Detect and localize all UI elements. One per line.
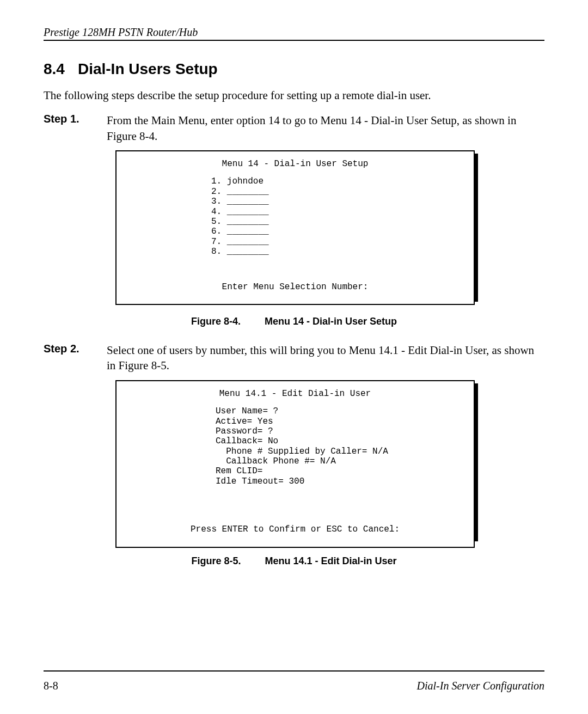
section-number: 8.4 <box>44 60 65 78</box>
figure-8-5-caption: Figure 8-5.Menu 14.1 - Edit Dial-in User <box>44 556 544 567</box>
section-heading: 8.4Dial-In Users Setup <box>44 60 544 78</box>
field-password: Password= ? <box>216 426 461 436</box>
page: Prestige 128MH PSTN Router/Hub 8.4Dial-I… <box>0 0 588 714</box>
user-row-7: 7. ________ <box>211 237 461 247</box>
section-title: Dial-In Users Setup <box>78 60 218 77</box>
terminal-prompt: Enter Menu Selection Number: <box>130 282 461 292</box>
footer-chapter: Dial-In Server Configuration <box>417 680 544 692</box>
footer: 8-8 Dial-In Server Configuration <box>44 680 544 692</box>
terminal-prompt-2: Press ENTER to Confirm or ESC to Cancel: <box>130 524 461 534</box>
step-2: Step 2. Select one of users by number, t… <box>44 343 544 374</box>
intro-paragraph: The following steps describe the setup p… <box>44 88 544 103</box>
terminal-title-2: Menu 14.1 - Edit Dial-in User <box>130 389 461 399</box>
field-rem-clid: Rem CLID= <box>216 466 461 476</box>
terminal-title: Menu 14 - Dial-in User Setup <box>130 159 461 169</box>
user-row-1: 1. johndoe <box>211 176 461 186</box>
figure-8-5-label: Figure 8-5. <box>191 556 241 567</box>
step-1-body: From the Main Menu, enter option 14 to g… <box>107 113 544 144</box>
user-row-8: 8. ________ <box>211 247 461 257</box>
running-head: Prestige 128MH PSTN Router/Hub <box>44 26 544 40</box>
field-callback: Callback= No <box>216 436 461 446</box>
field-active: Active= Yes <box>216 417 461 426</box>
footer-rule <box>44 670 544 672</box>
header-rule <box>44 40 544 41</box>
figure-8-4-label: Figure 8-4. <box>191 316 241 327</box>
field-phone-supplied: Phone # Supplied by Caller= N/A <box>216 447 461 456</box>
terminal-menu-14-1: Menu 14.1 - Edit Dial-in User User Name=… <box>115 380 475 548</box>
figure-8-5-title: Menu 14.1 - Edit Dial-in User <box>265 556 396 566</box>
field-callback-phone: Callback Phone #= N/A <box>216 456 461 466</box>
user-row-4: 4. ________ <box>211 207 461 217</box>
step-2-body: Select one of users by number, this will… <box>107 343 544 374</box>
field-idle-timeout: Idle Timeout= 300 <box>216 477 461 486</box>
user-row-5: 5. ________ <box>211 217 461 227</box>
figure-8-4-title: Menu 14 - Dial-in User Setup <box>265 316 397 327</box>
figure-8-4-terminal: Menu 14 - Dial-in User Setup 1. johndoe … <box>115 150 475 298</box>
user-row-6: 6. ________ <box>211 227 461 236</box>
user-row-3: 3. ________ <box>211 197 461 206</box>
step-1: Step 1. From the Main Menu, enter option… <box>44 113 544 144</box>
footer-page-number: 8-8 <box>44 680 58 692</box>
step-2-label: Step 2. <box>44 343 107 374</box>
step-1-label: Step 1. <box>44 113 107 144</box>
terminal-menu-14: Menu 14 - Dial-in User Setup 1. johndoe … <box>115 150 475 305</box>
figure-8-4-caption: Figure 8-4.Menu 14 - Dial-in User Setup <box>44 316 544 327</box>
field-user-name: User Name= ? <box>216 406 461 416</box>
figure-8-5-terminal: Menu 14.1 - Edit Dial-in User User Name=… <box>115 380 475 538</box>
user-row-2: 2. ________ <box>211 187 461 197</box>
